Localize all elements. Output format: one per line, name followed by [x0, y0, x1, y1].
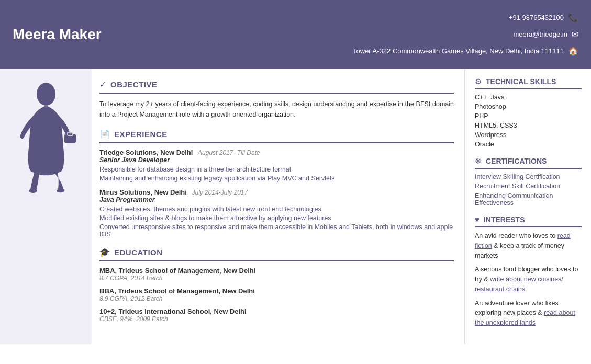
- skill-item-3: PHP: [475, 112, 582, 120]
- email-icon: ✉: [572, 26, 578, 43]
- address-row: Tower A-322 Commonwealth Games Village, …: [353, 43, 578, 60]
- edu-entry-3: 10+2, Trideus International School, New …: [99, 308, 454, 323]
- interest-link-1: read fiction: [475, 232, 571, 249]
- phone-icon: 📞: [568, 9, 578, 26]
- education-section: 🎓 EDUCATION MBA, Trideus School of Manag…: [99, 247, 454, 323]
- interest-link-3: read about the unexplored lands: [475, 309, 575, 326]
- exp-date-2: July 2014-July 2017: [192, 189, 248, 196]
- exp-company-row-1: Triedge Solutions, New Delhi August 2017…: [99, 149, 454, 156]
- experience-title: EXPERIENCE: [114, 130, 168, 139]
- candidate-name: Meera Maker: [13, 26, 102, 43]
- experience-entry-2: Mirus Solutions, New Delhi July 2014-Jul…: [99, 188, 454, 238]
- avatar: [12, 79, 80, 196]
- edu-degree-2: BBA, Trideus School of Management, New D…: [99, 287, 454, 295]
- home-icon: 🏠: [568, 43, 578, 60]
- edu-details-3: CBSE, 94%, 2009 Batch: [99, 315, 454, 323]
- education-header: 🎓 EDUCATION: [99, 247, 454, 257]
- edu-entry-1: MBA, Trideus School of Management, New D…: [99, 267, 454, 282]
- objective-title: OBJECTIVE: [110, 80, 158, 89]
- exp-bullet-1-2: Maintaining and enhancing existing legac…: [99, 175, 454, 182]
- phone-row: +91 98765432100 📞: [353, 9, 578, 26]
- skill-item-1: C++, Java: [475, 94, 582, 101]
- cert-title: CERTIFICATIONS: [486, 157, 547, 165]
- exp-role-2: Java Programmer: [99, 196, 454, 203]
- skill-item-5: Wordpress: [475, 131, 582, 139]
- cert-item-2: Recruitment Skill Certification: [475, 183, 582, 190]
- interest-item-3: An adventure lover who likes exploring n…: [475, 299, 582, 328]
- heart-icon: ♥: [475, 215, 480, 224]
- skill-item-4: HTML5, CSS3: [475, 122, 582, 129]
- interests-section: ♥ INTERESTS An avid reader who loves to …: [475, 215, 582, 328]
- interest-item-2: A serious food blogger who loves to try …: [475, 265, 582, 294]
- objective-section: ✓ OBJECTIVE To leverage my 2+ years of c…: [99, 79, 454, 120]
- edu-degree-1: MBA, Trideus School of Management, New D…: [99, 267, 454, 275]
- education-divider: [99, 260, 454, 261]
- exp-date-1: August 2017- Till Date: [198, 149, 260, 156]
- certifications-section: ❋ CERTIFICATIONS Interview Skilling Cert…: [475, 156, 582, 207]
- phone-number: +91 98765432100: [509, 11, 564, 25]
- exp-bullet-2-3: Converted unresponsive sites to responsi…: [99, 223, 454, 238]
- graduation-icon: 🎓: [99, 247, 110, 257]
- right-column: ⚙ TECHNICAL SKILLS C++, Java Photoshop P…: [465, 69, 591, 344]
- exp-company-1: Triedge Solutions, New Delhi: [99, 149, 193, 156]
- exp-bullet-1-1: Responsible for database design in a thr…: [99, 166, 454, 173]
- svg-point-0: [37, 83, 55, 106]
- cert-item-3: Enhancing Communication Effectiveness: [475, 192, 582, 207]
- cert-item-1: Interview Skilling Certification: [475, 173, 582, 180]
- cert-divider: [475, 168, 582, 169]
- checkmark-icon: ✓: [99, 79, 106, 89]
- document-icon: 📄: [99, 129, 110, 139]
- svg-point-3: [29, 189, 37, 193]
- main-content: ✓ OBJECTIVE To leverage my 2+ years of c…: [0, 69, 591, 344]
- skill-item-2: Photoshop: [475, 103, 582, 110]
- experience-section: 📄 EXPERIENCE Triedge Solutions, New Delh…: [99, 129, 454, 238]
- edu-degree-3: 10+2, Trideus International School, New …: [99, 308, 454, 315]
- skills-divider: [475, 88, 582, 89]
- edu-details-2: 8.9 CGPA, 2012 Batch: [99, 295, 454, 302]
- email-address: meera@triedge.in: [513, 28, 567, 41]
- svg-rect-2: [68, 132, 73, 135]
- exp-bullet-2-1: Created websites, themes and plugins wit…: [99, 206, 454, 213]
- email-row: meera@triedge.in ✉: [353, 26, 578, 43]
- experience-header: 📄 EXPERIENCE: [99, 129, 454, 139]
- cert-icon: ❋: [475, 156, 482, 166]
- header: Meera Maker +91 98765432100 📞 meera@trie…: [0, 0, 591, 69]
- exp-company-row-2: Mirus Solutions, New Delhi July 2014-Jul…: [99, 188, 454, 196]
- skills-header: ⚙ TECHNICAL SKILLS: [475, 77, 582, 86]
- objective-header: ✓ OBJECTIVE: [99, 79, 454, 89]
- interest-link-2: write about new cuisines/ restaurant cha…: [475, 276, 563, 293]
- exp-bullet-2-2: Modified existing sites & blogs to make …: [99, 214, 454, 222]
- interests-header: ♥ INTERESTS: [475, 215, 582, 224]
- education-title: EDUCATION: [114, 248, 163, 257]
- exp-role-1: Senior Java Developer: [99, 156, 454, 164]
- avatar-column: [0, 69, 92, 344]
- gear-icon: ⚙: [475, 77, 482, 86]
- interests-divider: [475, 226, 582, 227]
- objective-text: To leverage my 2+ years of client-facing…: [99, 99, 454, 120]
- edu-entry-2: BBA, Trideus School of Management, New D…: [99, 287, 454, 302]
- experience-entry-1: Triedge Solutions, New Delhi August 2017…: [99, 149, 454, 182]
- interest-item-1: An avid reader who loves to read fiction…: [475, 231, 582, 260]
- skills-title: TECHNICAL SKILLS: [486, 77, 556, 86]
- header-contact: +91 98765432100 📞 meera@triedge.in ✉ Tow…: [353, 9, 578, 60]
- objective-divider: [99, 93, 454, 94]
- experience-divider: [99, 142, 454, 143]
- exp-company-2: Mirus Solutions, New Delhi: [99, 188, 187, 196]
- edu-details-1: 8.7 CGPA, 2014 Batch: [99, 275, 454, 282]
- interests-title: INTERESTS: [484, 215, 525, 224]
- center-column: ✓ OBJECTIVE To leverage my 2+ years of c…: [92, 69, 465, 344]
- skill-item-6: Oracle: [475, 141, 582, 148]
- technical-skills-section: ⚙ TECHNICAL SKILLS C++, Java Photoshop P…: [475, 77, 582, 148]
- address-text: Tower A-322 Commonwealth Games Village, …: [353, 44, 564, 58]
- cert-header: ❋ CERTIFICATIONS: [475, 156, 582, 166]
